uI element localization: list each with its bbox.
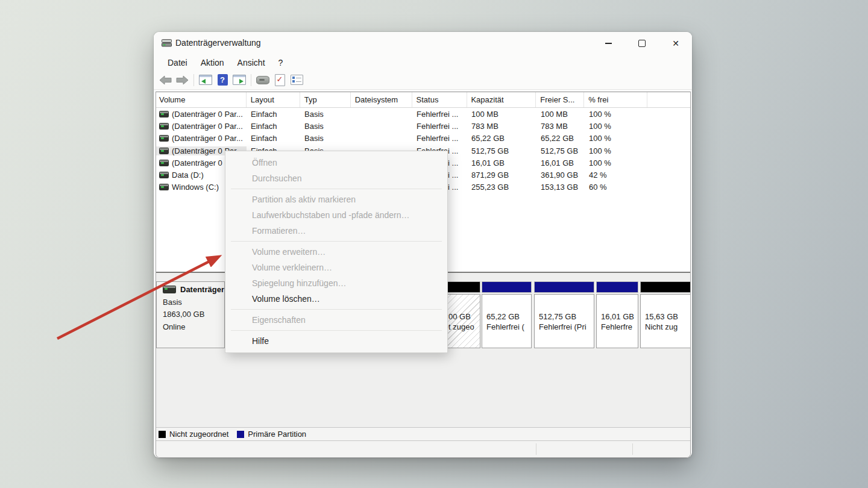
table-cell: 65,22 GB: [536, 134, 585, 143]
column-header[interactable]: Freier S...: [536, 92, 584, 107]
table-cell: 16,01 GB: [536, 158, 585, 167]
help-button[interactable]: ?: [214, 72, 231, 88]
partition-label: 16,01 GBFehlerfre: [601, 311, 634, 332]
column-header[interactable]: % frei: [584, 92, 647, 107]
context-menu-item[interactable]: Laufwerkbuchstaben und -pfade ändern…: [225, 207, 447, 223]
disk-device-icon: [256, 76, 269, 84]
console-tree-icon: [199, 75, 212, 85]
context-menu-item[interactable]: Formatieren…: [225, 223, 447, 239]
context-menu-item[interactable]: Volume löschen…: [225, 291, 447, 307]
volume-cell: (Datenträger 0 Par...: [156, 110, 247, 119]
partition-header: [640, 281, 691, 293]
check-document-icon: ✓: [275, 74, 285, 86]
partition-header: [482, 281, 532, 293]
table-row[interactable]: (Datenträger 0 Par...EinfachBasisFehlerf…: [156, 120, 690, 132]
volume-drive-icon: [159, 123, 169, 130]
disk-info-box[interactable]: Datenträger Basis 1863,00 GB Online: [156, 281, 225, 348]
titlebar[interactable]: Datenträgerverwaltung ✕: [154, 32, 692, 54]
volume-drive-icon: [159, 172, 169, 178]
window-title: Datenträgerverwaltung: [175, 38, 261, 48]
volume-name: (Datenträger 0 Par...: [172, 134, 243, 143]
table-cell: Fehlerfrei ...: [412, 110, 468, 119]
context-menu-item[interactable]: Öffnen: [225, 155, 447, 170]
maximize-button[interactable]: [629, 34, 655, 52]
volume-drive-icon: [159, 148, 169, 154]
minimize-button[interactable]: [596, 34, 621, 52]
back-button[interactable]: [157, 72, 174, 88]
volume-table-header: VolumeLayoutTypDateisystemStatusKapazitä…: [156, 92, 690, 108]
table-cell: 512,75 GB: [536, 146, 585, 155]
partition-body: 512,75 GBFehlerfrei (Pri: [534, 294, 594, 348]
table-cell: Basis: [300, 134, 351, 143]
table-cell: 100 MB: [536, 110, 585, 119]
context-menu-item[interactable]: Partition als aktiv markieren: [225, 192, 447, 207]
check-document-button[interactable]: ✓: [271, 72, 288, 88]
volume-name: Windows (C:): [172, 183, 219, 192]
properties-button[interactable]: [288, 72, 305, 88]
context-menu-item[interactable]: Durchsuchen: [225, 170, 447, 186]
menu-ansicht[interactable]: Ansicht: [231, 56, 272, 69]
legend-item: Nicht zugeordnet: [159, 430, 228, 439]
disk-size: 1863,00 GB: [163, 310, 224, 319]
volume-drive-icon: [159, 184, 169, 190]
context-menu-item[interactable]: Volume erweitern…: [225, 244, 447, 260]
volume-context-menu: ÖffnenDurchsuchenPartition als aktiv mar…: [225, 151, 448, 353]
app-disk-icon: [162, 39, 172, 47]
menu-hilfe[interactable]: ?: [272, 56, 290, 69]
partition-label: 00 GBt zugeo: [448, 311, 474, 332]
console-tree-button[interactable]: [197, 72, 214, 88]
partition-block[interactable]: 16,01 GBFehlerfre: [596, 281, 638, 348]
table-cell: 512,75 GB: [468, 146, 536, 155]
menu-separator: [231, 241, 442, 242]
legend-label: Nicht zugeordnet: [169, 430, 228, 439]
screenshot-stage: Datenträgerverwaltung ✕ DateiAktionAnsic…: [0, 0, 868, 488]
column-header[interactable]: Typ: [300, 92, 351, 107]
table-row[interactable]: (Datenträger 0 Par...EinfachBasisFehlerf…: [156, 133, 690, 145]
statusbar-divider: [536, 443, 536, 455]
table-cell: Basis: [300, 110, 351, 119]
table-cell: Einfach: [247, 134, 300, 143]
partition-block[interactable]: 512,75 GBFehlerfrei (Pri: [534, 281, 594, 348]
disk-device-button[interactable]: [254, 72, 271, 88]
menu-datei[interactable]: Datei: [161, 56, 194, 69]
menu-separator: [231, 189, 442, 189]
volume-name: Data (D:): [172, 170, 204, 180]
context-menu-item[interactable]: Spiegelung hinzufügen…: [225, 275, 447, 291]
legend-bar: Nicht zugeordnetPrimäre Partition: [156, 427, 690, 440]
legend-item: Primäre Partition: [237, 430, 306, 439]
context-menu-item[interactable]: Eigenschaften: [225, 312, 447, 328]
table-cell: 42 %: [585, 170, 648, 180]
table-cell: 361,90 GB: [536, 170, 585, 180]
partition-block[interactable]: 65,22 GBFehlerfrei (: [482, 281, 532, 348]
partition-block[interactable]: 15,63 GBNicht zug: [640, 281, 691, 348]
volume-name: (Datenträger 0 Par...: [172, 122, 243, 131]
context-menu-item[interactable]: Volume verkleinern…: [225, 260, 447, 275]
close-button[interactable]: ✕: [663, 34, 688, 52]
volume-cell: (Datenträger 0 Par...: [156, 122, 247, 131]
context-menu-item[interactable]: Hilfe: [225, 333, 447, 349]
column-header[interactable]: Volume: [156, 92, 247, 107]
table-cell: 255,23 GB: [468, 183, 536, 192]
table-row[interactable]: (Datenträger 0 Par...EinfachBasisFehlerf…: [156, 108, 690, 120]
statusbar-divider: [632, 443, 633, 455]
status-bar: [156, 440, 690, 457]
table-cell: 100 MB: [468, 110, 536, 119]
volume-drive-icon: [159, 111, 169, 117]
menu-aktion[interactable]: Aktion: [194, 56, 231, 69]
partition-label: 15,63 GBNicht zug: [645, 311, 678, 332]
volume-drive-icon: [159, 135, 169, 142]
column-header[interactable]: Status: [412, 92, 468, 107]
volume-cell: (Datenträger 0 Par...: [156, 134, 247, 143]
legend-label: Primäre Partition: [248, 430, 306, 439]
volume-name: (Datenträger 0 Par...: [172, 110, 243, 119]
column-header[interactable]: Dateisystem: [351, 92, 412, 107]
table-cell: 871,29 GB: [468, 170, 536, 180]
properties-list-icon: [291, 75, 303, 85]
volume-drive-icon: [159, 160, 169, 166]
column-header[interactable]: Kapazität: [467, 92, 536, 107]
forward-button[interactable]: [174, 72, 190, 88]
disk-name: Datenträger: [180, 285, 224, 294]
action-pane-button[interactable]: [231, 72, 248, 88]
column-header[interactable]: Layout: [247, 92, 300, 107]
table-cell: Basis: [300, 122, 351, 131]
